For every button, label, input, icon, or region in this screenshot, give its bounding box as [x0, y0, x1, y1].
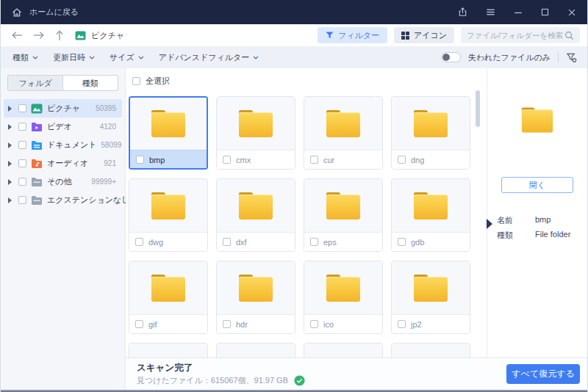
card-checkbox[interactable] [398, 238, 406, 246]
forward-arrow-button[interactable] [32, 29, 44, 41]
icon-view-button[interactable]: アイコン [394, 27, 454, 43]
export-icon[interactable] [457, 7, 468, 18]
card-name: dxf [236, 238, 247, 247]
tab-folder[interactable]: フォルダ [8, 76, 63, 90]
pictures-icon [75, 31, 86, 40]
checkbox[interactable] [18, 159, 26, 167]
folder-card-partial[interactable] [129, 343, 208, 357]
document-folder-icon [31, 140, 43, 150]
item-label: その他 [47, 176, 72, 187]
filter-view-button[interactable]: フィルター [318, 27, 387, 43]
folder-card-ico[interactable]: ico [304, 261, 383, 334]
card-checkbox[interactable] [398, 156, 406, 164]
folder-icon [326, 192, 360, 219]
folder-card-dng[interactable]: dng [391, 96, 470, 170]
item-label: エクステンションなし [47, 195, 130, 206]
card-name: gdb [411, 238, 424, 247]
filter-size-dropdown[interactable]: サイズ [110, 52, 144, 63]
scan-status-title: スキャン完了 [137, 363, 305, 374]
folder-card-gif[interactable]: gif [129, 261, 208, 334]
folder-card-dxf[interactable]: dxf [216, 178, 295, 252]
checkbox[interactable] [18, 178, 26, 186]
status-bar: スキャン完了 見つけたファイル：615067個、91.97 GB すべて復元する [126, 357, 587, 390]
lost-files-toggle-label: 失われたファイルのみ [468, 52, 551, 63]
folder-card-partial[interactable] [391, 343, 470, 357]
folder-card-partial[interactable] [216, 343, 295, 357]
expand-arrow-icon[interactable] [8, 124, 14, 130]
checkbox[interactable] [18, 104, 26, 112]
card-name: jp2 [411, 320, 422, 329]
lost-files-toggle[interactable] [441, 52, 461, 62]
folder-card-eps[interactable]: eps [304, 178, 383, 252]
search-box[interactable] [461, 27, 580, 43]
search-icon [564, 31, 574, 40]
card-checkbox[interactable] [223, 156, 231, 164]
card-checkbox[interactable] [135, 238, 143, 246]
expand-arrow-icon[interactable] [8, 142, 14, 148]
recover-all-button[interactable]: すべて復元する [506, 364, 580, 384]
card-checkbox[interactable] [310, 156, 318, 164]
filter-bar: 種類 更新日時 サイズ アドバンスドフィルター 失われたファイルのみ [1, 46, 587, 68]
select-all[interactable]: 全選択 [132, 76, 487, 86]
checkbox[interactable] [18, 141, 26, 149]
checkbox[interactable] [18, 123, 26, 131]
chevron-down-icon [32, 56, 38, 59]
breadcrumb[interactable]: ピクチャ [75, 30, 124, 41]
folder-card-jp2[interactable]: jp2 [391, 261, 470, 334]
card-name: dng [411, 156, 424, 164]
chevron-down-icon [253, 56, 259, 59]
sidebar-item-audio[interactable]: オーディオ 921 [4, 154, 122, 173]
collapse-panel-arrow-icon[interactable] [487, 219, 492, 229]
minimize-icon[interactable] [513, 7, 523, 18]
home-icon [11, 7, 23, 18]
card-checkbox[interactable] [136, 156, 144, 164]
vertical-scrollbar[interactable] [476, 90, 480, 127]
folder-card-bmp[interactable]: bmp [129, 96, 208, 170]
tab-type[interactable]: 種類 [63, 76, 118, 90]
folder-card-cur[interactable]: cur [304, 96, 383, 170]
expand-arrow-icon[interactable] [8, 197, 14, 203]
maximize-icon[interactable] [540, 7, 550, 17]
select-all-checkbox[interactable] [132, 77, 140, 85]
back-arrow-button[interactable] [11, 29, 23, 41]
card-checkbox[interactable] [223, 320, 231, 328]
preview-folder-icon [522, 107, 553, 132]
card-checkbox[interactable] [398, 320, 406, 328]
folder-card-partial[interactable] [304, 343, 383, 357]
sidebar-item-no-extension[interactable]: エクステンションなし 71646 [4, 191, 122, 209]
expand-arrow-icon[interactable] [8, 161, 14, 167]
card-checkbox[interactable] [310, 320, 318, 328]
card-name: cmx [236, 156, 251, 164]
card-checkbox[interactable] [223, 238, 231, 246]
audio-folder-icon [31, 159, 43, 169]
search-input[interactable] [467, 31, 564, 40]
close-icon[interactable] [567, 7, 577, 18]
card-name: gif [148, 320, 157, 329]
folder-card-hdr[interactable]: hdr [216, 261, 295, 334]
navigation-bar: ピクチャ フィルター アイコン [1, 24, 587, 46]
filter-type-dropdown[interactable]: 種類 [12, 52, 38, 63]
folder-card-gdb[interactable]: gdb [391, 178, 470, 252]
detail-type-label: 種類 [497, 230, 535, 241]
folder-card-cmx[interactable]: cmx [216, 96, 295, 170]
folder-card-dwg[interactable]: dwg [129, 178, 208, 252]
folder-icon [239, 192, 273, 219]
filter-modified-dropdown[interactable]: 更新日時 [53, 52, 95, 63]
expand-arrow-icon[interactable] [8, 106, 14, 112]
folder-icon [326, 275, 360, 302]
expand-arrow-icon[interactable] [8, 179, 14, 185]
reset-filter-icon[interactable] [566, 52, 577, 63]
menu-icon[interactable] [485, 7, 496, 18]
sidebar-item-documents[interactable]: ドキュメント 58099 [4, 136, 122, 154]
card-checkbox[interactable] [310, 238, 318, 246]
open-button[interactable]: 開く [501, 177, 573, 193]
up-arrow-button[interactable] [54, 29, 65, 41]
sidebar-item-pictures[interactable]: ピクチャ 50395 [4, 99, 122, 117]
sidebar-item-videos[interactable]: ビデオ 4120 [4, 117, 122, 136]
sidebar-item-others[interactable]: その他 99999+ [4, 173, 122, 191]
file-grid-area: 全選択 bmp cmx cur [126, 68, 487, 357]
back-to-home-button[interactable]: ホームに戻る [11, 7, 79, 18]
checkbox[interactable] [18, 196, 26, 204]
card-checkbox[interactable] [135, 320, 143, 328]
filter-advanced-dropdown[interactable]: アドバンスドフィルター [159, 52, 259, 63]
